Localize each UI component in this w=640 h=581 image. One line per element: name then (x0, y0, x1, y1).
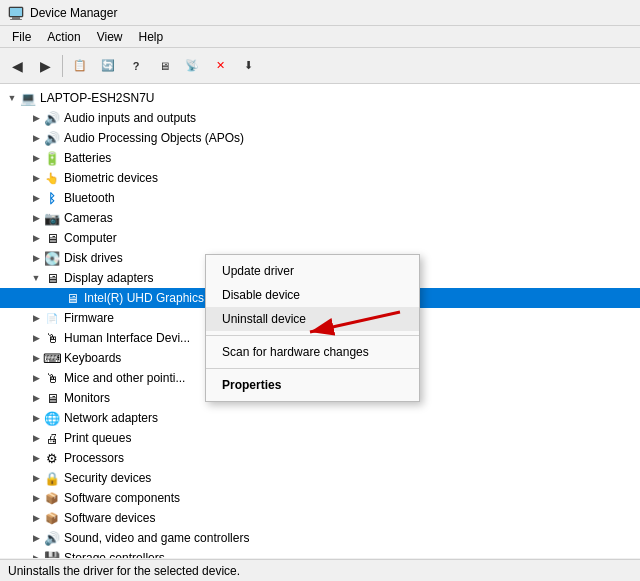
menu-help[interactable]: Help (131, 28, 172, 46)
mice-icon: 🖱 (44, 370, 60, 386)
intel-uhd-label: Intel(R) UHD Graphics (84, 291, 204, 305)
title-text: Device Manager (30, 6, 117, 20)
batteries-icon: 🔋 (44, 150, 60, 166)
menu-file[interactable]: File (4, 28, 39, 46)
toolbar-update-driver[interactable]: 🔄 (95, 53, 121, 79)
audio-apo-icon: 🔊 (44, 130, 60, 146)
biometric-icon: 👆 (44, 170, 60, 186)
disk-drives-label: Disk drives (64, 251, 123, 265)
ctx-sep2 (206, 368, 419, 369)
toolbar-network[interactable]: 📡 (179, 53, 205, 79)
expand-computer: ▶ (28, 230, 44, 246)
ctx-disable-device[interactable]: Disable device (206, 283, 419, 307)
tree-bluetooth[interactable]: ▶ ᛒ Bluetooth (0, 188, 640, 208)
tree-software-components[interactable]: ▶ 📦 Software components (0, 488, 640, 508)
toolbar-back[interactable]: ◀ (4, 53, 30, 79)
toolbar-scan[interactable]: ⬇ (235, 53, 261, 79)
ctx-scan-hardware[interactable]: Scan for hardware changes (206, 340, 419, 364)
expand-audio-inputs: ▶ (28, 110, 44, 126)
expand-security: ▶ (28, 470, 44, 486)
menu-action[interactable]: Action (39, 28, 88, 46)
intel-uhd-icon: 🖥 (64, 290, 80, 306)
expand-intel-uhd (48, 290, 64, 306)
computer-label: Computer (64, 231, 117, 245)
main-area: ▼ 💻 LAPTOP-ESH2SN7U ▶ 🔊 Audio inputs and… (0, 84, 640, 558)
tree-security[interactable]: ▶ 🔒 Security devices (0, 468, 640, 488)
processors-icon: ⚙ (44, 450, 60, 466)
toolbar-screen[interactable]: 🖥 (151, 53, 177, 79)
monitors-label: Monitors (64, 391, 110, 405)
tree-storage[interactable]: ▶ 💾 Storage controllers (0, 548, 640, 558)
tree-computer[interactable]: ▶ 🖥 Computer (0, 228, 640, 248)
ctx-sep1 (206, 335, 419, 336)
svg-rect-2 (10, 19, 22, 20)
ctx-properties[interactable]: Properties (206, 373, 419, 397)
network-icon: 🌐 (44, 410, 60, 426)
firmware-label: Firmware (64, 311, 114, 325)
security-label: Security devices (64, 471, 151, 485)
context-menu: Update driver Disable device Uninstall d… (205, 254, 420, 402)
tree-root[interactable]: ▼ 💻 LAPTOP-ESH2SN7U (0, 88, 640, 108)
audio-inputs-icon: 🔊 (44, 110, 60, 126)
audio-apo-label: Audio Processing Objects (APOs) (64, 131, 244, 145)
toolbar: ◀ ▶ 📋 🔄 ? 🖥 📡 ✕ ⬇ (0, 48, 640, 84)
app-icon (8, 5, 24, 21)
software-devices-label: Software devices (64, 511, 155, 525)
tree-audio-inputs[interactable]: ▶ 🔊 Audio inputs and outputs (0, 108, 640, 128)
cameras-label: Cameras (64, 211, 113, 225)
expand-root: ▼ (4, 90, 20, 106)
toolbar-help[interactable]: ? (123, 53, 149, 79)
software-components-icon: 📦 (44, 490, 60, 506)
display-adapters-label: Display adapters (64, 271, 153, 285)
expand-network: ▶ (28, 410, 44, 426)
hid-icon: 🖱 (44, 330, 60, 346)
status-text: Uninstalls the driver for the selected d… (8, 564, 240, 578)
svg-rect-3 (10, 8, 22, 16)
svg-rect-1 (12, 17, 20, 19)
hid-label: Human Interface Devi... (64, 331, 190, 345)
firmware-icon: 📄 (44, 310, 60, 326)
expand-biometric: ▶ (28, 170, 44, 186)
ctx-update-driver[interactable]: Update driver (206, 259, 419, 283)
tree-sound[interactable]: ▶ 🔊 Sound, video and game controllers (0, 528, 640, 548)
expand-batteries: ▶ (28, 150, 44, 166)
tree-biometric[interactable]: ▶ 👆 Biometric devices (0, 168, 640, 188)
status-bar: Uninstalls the driver for the selected d… (0, 559, 640, 581)
menu-view[interactable]: View (89, 28, 131, 46)
print-label: Print queues (64, 431, 131, 445)
ctx-uninstall-device[interactable]: Uninstall device (206, 307, 419, 331)
computer-icon: 🖥 (44, 230, 60, 246)
expand-monitors: ▶ (28, 390, 44, 406)
expand-audio-apo: ▶ (28, 130, 44, 146)
monitors-icon: 🖥 (44, 390, 60, 406)
network-label: Network adapters (64, 411, 158, 425)
menu-bar: File Action View Help (0, 26, 640, 48)
storage-label: Storage controllers (64, 551, 165, 558)
toolbar-properties[interactable]: 📋 (67, 53, 93, 79)
audio-inputs-label: Audio inputs and outputs (64, 111, 196, 125)
tree-software-devices[interactable]: ▶ 📦 Software devices (0, 508, 640, 528)
batteries-label: Batteries (64, 151, 111, 165)
expand-mice: ▶ (28, 370, 44, 386)
sound-icon: 🔊 (44, 530, 60, 546)
biometric-label: Biometric devices (64, 171, 158, 185)
expand-processors: ▶ (28, 450, 44, 466)
toolbar-sep1 (62, 55, 63, 77)
expand-display-adapters: ▼ (28, 270, 44, 286)
expand-software-devices: ▶ (28, 510, 44, 526)
toolbar-forward[interactable]: ▶ (32, 53, 58, 79)
tree-processors[interactable]: ▶ ⚙ Processors (0, 448, 640, 468)
tree-batteries[interactable]: ▶ 🔋 Batteries (0, 148, 640, 168)
expand-print: ▶ (28, 430, 44, 446)
expand-hid: ▶ (28, 330, 44, 346)
tree-cameras[interactable]: ▶ 📷 Cameras (0, 208, 640, 228)
bluetooth-icon: ᛒ (44, 190, 60, 206)
tree-audio-apo[interactable]: ▶ 🔊 Audio Processing Objects (APOs) (0, 128, 640, 148)
tree-network[interactable]: ▶ 🌐 Network adapters (0, 408, 640, 428)
expand-software-components: ▶ (28, 490, 44, 506)
root-icon: 💻 (20, 90, 36, 106)
toolbar-uninstall[interactable]: ✕ (207, 53, 233, 79)
tree-print[interactable]: ▶ 🖨 Print queues (0, 428, 640, 448)
keyboards-icon: ⌨ (44, 350, 60, 366)
root-label: LAPTOP-ESH2SN7U (40, 91, 155, 105)
